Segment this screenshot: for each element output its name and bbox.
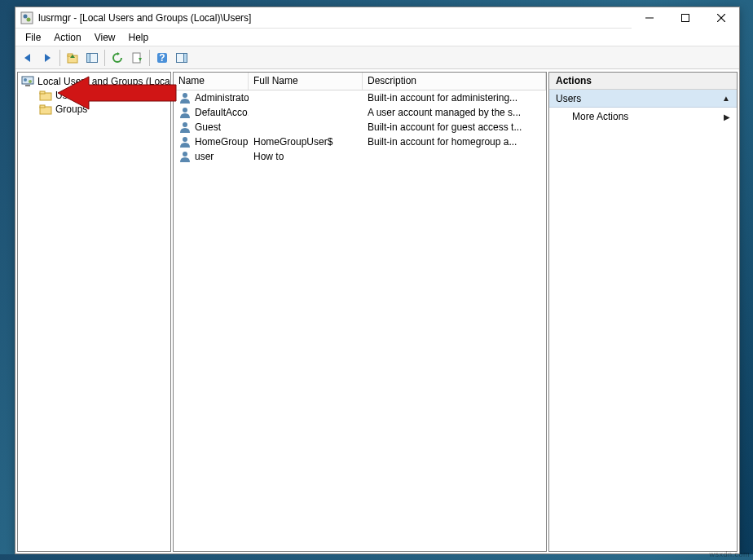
maximize-button[interactable]	[667, 7, 703, 29]
col-fullname[interactable]: Full Name	[249, 73, 363, 90]
watermark: wsxdn.com	[709, 550, 750, 554]
show-hide-tree-button[interactable]	[83, 49, 101, 67]
actions-more[interactable]: More Actions ▶	[549, 108, 737, 126]
user-icon	[178, 150, 192, 163]
toolbar: ?	[15, 46, 739, 69]
refresh-button[interactable]	[108, 49, 126, 67]
tree-users[interactable]: Users	[18, 88, 170, 102]
cell-fullname: HomeGroupUser$	[253, 136, 332, 148]
svg-point-31	[183, 108, 187, 112]
cell-description: Built-in account for administering...	[368, 92, 517, 104]
list-row[interactable]: DefaultAcco...A user account managed by …	[174, 105, 546, 120]
svg-point-23	[24, 78, 27, 82]
svg-rect-28	[40, 105, 45, 108]
svg-rect-4	[682, 15, 689, 22]
col-name[interactable]: Name	[174, 73, 249, 90]
toolbar-separator	[104, 50, 105, 66]
folder-icon	[39, 89, 52, 102]
actions-section[interactable]: Users ▲	[549, 90, 737, 108]
minimize-button[interactable]	[632, 7, 667, 29]
actions-title: Actions	[549, 73, 737, 90]
menu-file[interactable]: File	[19, 30, 47, 45]
tree-groups[interactable]: Groups	[18, 102, 170, 116]
svg-point-29	[183, 93, 187, 98]
folder-icon	[39, 103, 52, 116]
show-hide-action-button[interactable]	[173, 49, 191, 67]
user-icon	[178, 121, 192, 134]
cell-name: Administrator	[195, 92, 249, 104]
svg-point-33	[183, 122, 187, 127]
cell-name: Guest	[195, 121, 221, 133]
tree-pane[interactable]: Local Users and Groups (Local) Users Gro…	[17, 72, 171, 552]
back-button[interactable]	[19, 49, 37, 67]
svg-point-1	[24, 14, 28, 18]
cell-description: A user account managed by the s...	[368, 107, 521, 118]
cell-description: Built-in account for homegroup a...	[368, 136, 517, 148]
computer-icon	[21, 75, 34, 88]
window-controls	[632, 7, 739, 28]
actions-pane: Actions Users ▲ More Actions ▶	[548, 72, 738, 552]
list-header: Name Full Name Description	[174, 73, 546, 90]
collapse-icon: ▲	[722, 94, 730, 103]
actions-section-label: Users	[556, 93, 581, 104]
window-title: lusrmgr - [Local Users and Groups (Local…	[38, 12, 632, 24]
svg-marker-14	[117, 52, 120, 55]
tree-root-label: Local Users and Groups (Local)	[37, 76, 171, 87]
content-area: Local Users and Groups (Local) Users Gro…	[15, 69, 739, 553]
cell-name: user	[195, 151, 214, 162]
cell-fullname: How to	[253, 151, 284, 162]
list-row[interactable]: HomeGroup...HomeGroupUser$Built-in accou…	[174, 134, 546, 149]
tree-root[interactable]: Local Users and Groups (Local)	[18, 74, 170, 88]
title-bar: lusrmgr - [Local Users and Groups (Local…	[15, 7, 739, 29]
svg-point-35	[183, 137, 187, 142]
submenu-icon: ▶	[724, 112, 730, 121]
tree-groups-label: Groups	[55, 104, 87, 115]
col-description[interactable]: Description	[363, 73, 546, 90]
mmc-window: lusrmgr - [Local Users and Groups (Local…	[15, 7, 740, 554]
forward-button[interactable]	[38, 49, 56, 67]
list-pane[interactable]: Name Full Name Description Administrator…	[173, 72, 547, 552]
list-row[interactable]: GuestBuilt-in account for guest access t…	[174, 120, 546, 134]
app-icon	[20, 11, 33, 24]
user-icon	[178, 91, 192, 104]
svg-point-2	[27, 17, 31, 21]
menu-help[interactable]: Help	[122, 30, 156, 45]
cell-description: Built-in account for guest access t...	[368, 121, 522, 133]
svg-rect-26	[40, 91, 45, 94]
svg-rect-20	[184, 53, 187, 62]
toolbar-separator	[59, 50, 60, 66]
svg-marker-8	[45, 54, 51, 62]
user-icon	[178, 106, 192, 119]
cell-name: DefaultAcco...	[195, 107, 249, 118]
menu-bar: File Action View Help	[15, 29, 739, 46]
svg-marker-7	[24, 54, 30, 62]
cell-name: HomeGroup...	[195, 136, 249, 148]
user-icon	[178, 135, 192, 148]
svg-point-37	[183, 152, 187, 157]
actions-more-label: More Actions	[572, 111, 628, 122]
menu-action[interactable]: Action	[47, 30, 87, 45]
svg-text:?: ?	[159, 52, 165, 64]
export-button[interactable]	[128, 49, 146, 67]
close-button[interactable]	[703, 7, 739, 29]
svg-rect-0	[21, 12, 33, 24]
list-row[interactable]: userHow to	[174, 149, 546, 164]
tree-users-label: Users	[55, 90, 81, 101]
svg-rect-22	[25, 85, 30, 86]
svg-rect-13	[87, 53, 90, 62]
toolbar-separator	[149, 50, 150, 66]
help-button[interactable]: ?	[153, 49, 171, 67]
list-body: AdministratorBuilt-in account for admini…	[174, 90, 546, 551]
list-row[interactable]: AdministratorBuilt-in account for admini…	[174, 90, 546, 105]
menu-view[interactable]: View	[88, 30, 122, 45]
up-button[interactable]	[64, 49, 81, 67]
svg-point-24	[29, 80, 32, 83]
